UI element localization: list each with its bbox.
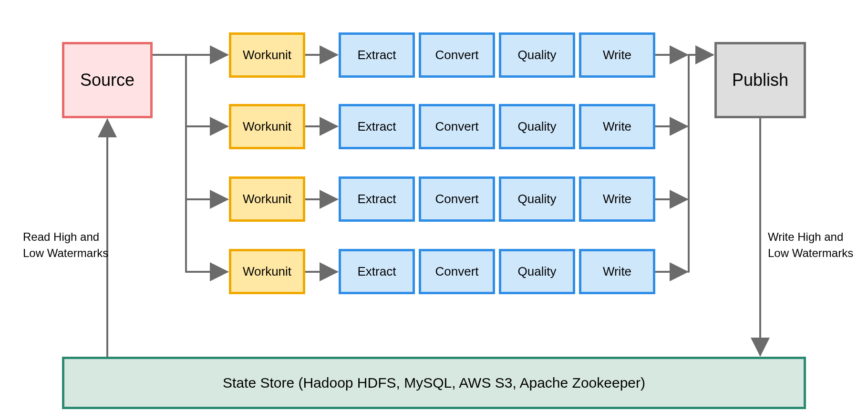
stage-label: Quality xyxy=(518,192,557,206)
workunit-box: Workunit xyxy=(229,32,305,78)
stage-label: Extract xyxy=(358,119,396,134)
stage-label: Convert xyxy=(435,119,478,134)
stage-convert: Convert xyxy=(419,249,495,294)
stage-label: Quality xyxy=(518,264,557,279)
stage-convert: Convert xyxy=(419,176,495,222)
stage-label: Convert xyxy=(435,48,478,62)
state-store-label: State Store (Hadoop HDFS, MySQL, AWS S3,… xyxy=(223,375,645,391)
publish-label: Publish xyxy=(732,70,788,90)
stage-label: Write xyxy=(603,192,631,206)
publish-box: Publish xyxy=(714,42,806,118)
source-label: Source xyxy=(80,70,134,90)
stage-extract: Extract xyxy=(339,249,415,294)
stage-extract: Extract xyxy=(339,104,415,149)
workunit-label: Workunit xyxy=(243,119,291,134)
stage-label: Extract xyxy=(358,192,396,206)
workunit-box: Workunit xyxy=(229,176,305,222)
stage-extract: Extract xyxy=(339,32,415,78)
state-store-box: State Store (Hadoop HDFS, MySQL, AWS S3,… xyxy=(62,357,806,409)
stage-label: Convert xyxy=(435,264,478,279)
source-box: Source xyxy=(62,42,153,118)
stage-write: Write xyxy=(579,176,655,222)
stage-convert: Convert xyxy=(419,32,495,78)
workunit-box: Workunit xyxy=(229,104,305,149)
stage-label: Extract xyxy=(358,264,396,279)
stage-write: Write xyxy=(579,32,655,78)
stage-quality: Quality xyxy=(499,104,575,149)
stage-label: Quality xyxy=(518,48,557,62)
stage-write: Write xyxy=(579,249,655,294)
workunit-box: Workunit xyxy=(229,249,305,294)
stage-label: Write xyxy=(603,119,631,134)
stage-label: Extract xyxy=(358,48,396,62)
stage-quality: Quality xyxy=(499,32,575,78)
stage-quality: Quality xyxy=(499,176,575,222)
stage-label: Write xyxy=(603,48,631,62)
stage-write: Write xyxy=(579,104,655,149)
stage-extract: Extract xyxy=(339,176,415,222)
workunit-label: Workunit xyxy=(243,264,291,279)
stage-label: Write xyxy=(603,264,631,279)
stage-label: Convert xyxy=(435,192,478,206)
architecture-diagram: Source Publish Workunit Extract Convert … xyxy=(0,0,868,412)
stage-quality: Quality xyxy=(499,249,575,294)
workunit-label: Workunit xyxy=(243,192,291,206)
write-watermarks-label: Write High andLow Watermarks xyxy=(768,229,868,261)
read-watermarks-label: Read High andLow Watermarks xyxy=(23,229,128,261)
stage-convert: Convert xyxy=(419,104,495,149)
stage-label: Quality xyxy=(518,119,557,134)
workunit-label: Workunit xyxy=(243,48,291,62)
